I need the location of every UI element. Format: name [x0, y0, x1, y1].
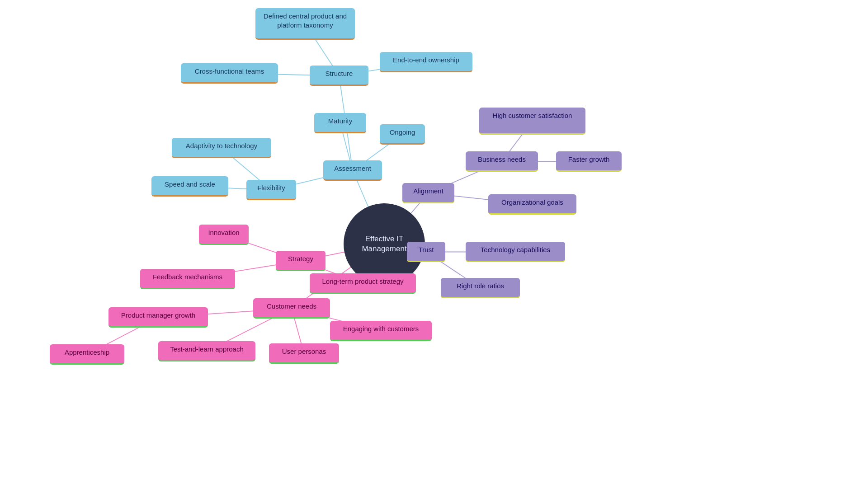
speed-scale-node: Speed and scale: [151, 176, 228, 197]
alignment-node: Alignment: [402, 183, 454, 203]
innovation-node: Innovation: [199, 225, 249, 245]
assessment-node: Assessment: [323, 160, 382, 181]
maturity-node: Maturity: [314, 113, 366, 133]
defined-central-node: Defined central product and platform tax…: [255, 8, 355, 40]
adaptivity-node: Adaptivity to technology: [172, 138, 271, 158]
trust-node: Trust: [407, 242, 445, 262]
user-personas-node: User personas: [269, 343, 339, 364]
right-role-node: Right role ratios: [441, 278, 520, 298]
customer-needs-node: Customer needs: [253, 298, 330, 319]
business-needs-node: Business needs: [466, 151, 538, 172]
structure-node: Structure: [310, 66, 368, 86]
long-term-node: Long-term product strategy: [310, 273, 416, 294]
test-learn-node: Test-and-learn approach: [158, 341, 255, 361]
faster-growth-node: Faster growth: [556, 151, 622, 172]
pm-growth-node: Product manager growth: [108, 307, 208, 328]
high-customer-node: High customer satisfaction: [479, 108, 585, 135]
tech-capabilities-node: Technology capabilities: [466, 242, 565, 262]
strategy-node: Strategy: [276, 251, 326, 271]
ongoing-node: Ongoing: [380, 124, 425, 145]
feedback-node: Feedback mechanisms: [140, 269, 235, 289]
flexibility-node: Flexibility: [246, 180, 296, 200]
engaging-node: Engaging with customers: [330, 321, 432, 341]
end-to-end-node: End-to-end ownership: [380, 52, 472, 72]
apprenticeship-node: Apprenticeship: [50, 344, 124, 365]
cross-functional-node: Cross-functional teams: [181, 63, 278, 84]
org-goals-node: Organizational goals: [488, 194, 576, 215]
